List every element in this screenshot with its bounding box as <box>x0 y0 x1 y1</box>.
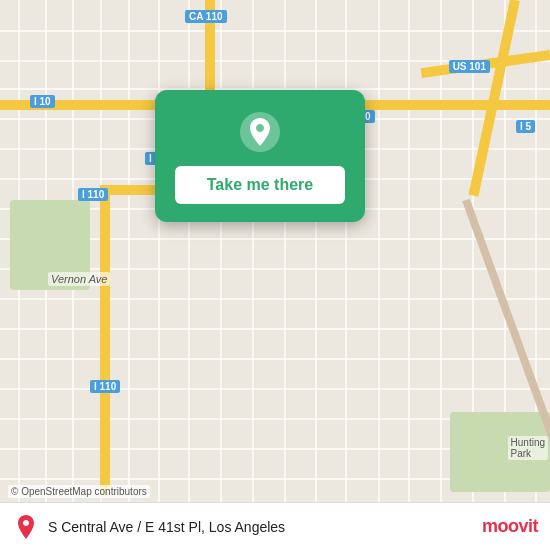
bottom-pin-icon <box>12 513 40 541</box>
street-v-15 <box>440 0 442 550</box>
street-v-13 <box>378 0 380 550</box>
i5-label: I 5 <box>516 120 535 133</box>
i110-label-left: I 110 <box>78 188 108 201</box>
street-h-1 <box>0 30 550 32</box>
i110-label-bottom: I 110 <box>90 380 120 393</box>
street-v-11 <box>315 0 317 550</box>
us101-label: US 101 <box>449 60 490 73</box>
take-me-there-button[interactable]: Take me there <box>175 166 345 204</box>
street-v-10 <box>284 0 286 550</box>
street-h-13 <box>0 388 550 390</box>
street-v-9 <box>252 0 254 550</box>
i10-label-left: I 10 <box>30 95 55 108</box>
moovit-logo: moovit <box>482 516 538 537</box>
vernon-ave-label: Vernon Ave <box>48 272 110 286</box>
bottom-address-text: S Central Ave / E 41st Pl, Los Angeles <box>48 519 482 535</box>
street-v-5 <box>128 0 130 550</box>
i110-south-vertical <box>100 185 110 495</box>
popup-card: Take me there <box>155 90 365 222</box>
street-h-11 <box>0 328 550 330</box>
street-v-7 <box>188 0 190 550</box>
bottom-bar: S Central Ave / E 41st Pl, Los Angeles m… <box>0 502 550 550</box>
street-h-12 <box>0 358 550 360</box>
map-container: CA 110 I 10 I 10 I 10 I 110 I 110 I 110 … <box>0 0 550 550</box>
hunting-park-label: HuntingPark <box>508 436 548 460</box>
street-v-12 <box>345 0 347 550</box>
street-v-8 <box>220 0 222 550</box>
street-h-10 <box>0 298 550 300</box>
street-v-6 <box>158 0 160 550</box>
ca110-label: CA 110 <box>185 10 227 23</box>
location-pin-icon <box>238 110 282 154</box>
copyright-text: © OpenStreetMap contributors <box>8 485 150 498</box>
street-v-14 <box>408 0 410 550</box>
